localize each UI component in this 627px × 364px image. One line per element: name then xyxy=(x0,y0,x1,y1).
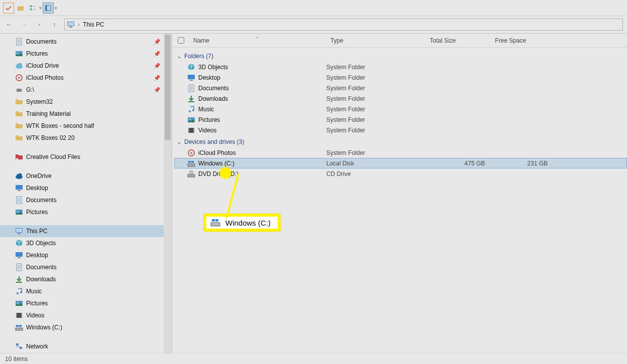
qat-dropdown-button[interactable] xyxy=(27,3,38,14)
back-button[interactable]: ← xyxy=(4,20,14,30)
pic-icon xyxy=(15,50,23,58)
status-bar: 10 items xyxy=(0,353,627,364)
chevron-down-icon: ⌄ xyxy=(176,138,182,145)
sidebar-item-training-material[interactable]: Training Material xyxy=(0,108,172,120)
column-type[interactable]: Type xyxy=(326,37,426,44)
folder-icon xyxy=(15,98,23,106)
list-item-pictures[interactable]: PicturesSystem Folder xyxy=(174,114,627,125)
sidebar-item-music[interactable]: Music xyxy=(0,285,172,297)
video-icon xyxy=(15,311,23,319)
sidebar-item-icloud-drive[interactable]: iCloud Drive📌 xyxy=(0,60,172,72)
pic-icon xyxy=(187,116,195,124)
sidebar-item-documents[interactable]: Documents📌 xyxy=(0,36,172,48)
svg-rect-4 xyxy=(46,5,47,11)
annotation-callout: Windows (C:) xyxy=(203,214,281,232)
svg-rect-28 xyxy=(16,229,22,232)
list-item-desktop[interactable]: DesktopSystem Folder xyxy=(174,72,627,83)
sidebar-item-icloud-photos[interactable]: iCloud Photos📌 xyxy=(0,72,172,84)
sidebar-item-network[interactable]: Network xyxy=(0,340,172,352)
svg-point-37 xyxy=(17,302,19,304)
sidebar-item-desktop[interactable]: Desktop xyxy=(0,182,172,194)
sidebar-item-pictures[interactable]: Pictures xyxy=(0,297,172,309)
sidebar-scrollbar[interactable] xyxy=(164,34,172,353)
list-item-music[interactable]: MusicSystem Folder xyxy=(174,104,627,114)
column-free-space[interactable]: Free Space xyxy=(491,37,559,44)
doc-icon xyxy=(15,38,23,46)
column-total-size[interactable]: Total Size xyxy=(426,37,491,44)
svg-rect-16 xyxy=(17,89,22,92)
sidebar-item-pictures[interactable]: Pictures📌 xyxy=(0,48,172,60)
sidebar-item-videos[interactable]: Videos xyxy=(0,309,172,321)
column-name[interactable]: Name⌃ xyxy=(189,37,326,44)
svg-rect-65 xyxy=(212,219,215,222)
icloud-drive-icon xyxy=(15,62,23,70)
sidebar-item-pictures[interactable]: Pictures xyxy=(0,206,172,218)
svg-point-34 xyxy=(17,292,19,294)
dvd-icon xyxy=(187,170,195,178)
pin-icon: 📌 xyxy=(154,51,161,57)
group-header-folders[interactable]: ⌄Folders (7) xyxy=(174,51,627,62)
svg-rect-39 xyxy=(16,313,17,318)
list-item-windows-c[interactable]: Windows (C:)Local Disk475 GB231 GB xyxy=(174,158,627,168)
sidebar-item-wtk-boxes-second-half[interactable]: WTK Boxes - second half xyxy=(0,120,172,132)
svg-rect-23 xyxy=(18,190,21,191)
sidebar-item-wtk-boxes-02-20[interactable]: WTK Boxes 02 20 xyxy=(0,132,172,144)
sidebar-item-this-pc[interactable]: This PC xyxy=(0,225,172,237)
callout-label: Windows (C:) xyxy=(225,219,271,227)
pc-icon xyxy=(67,21,75,29)
list-item-icloud-photos[interactable]: iCloud PhotosSystem Folder xyxy=(174,147,627,158)
qat-properties-button[interactable] xyxy=(3,3,14,14)
pic-icon xyxy=(15,299,23,307)
forward-button[interactable]: → xyxy=(19,20,29,30)
navigation-bar: ← → ▾ ↑ › This PC xyxy=(0,16,627,33)
svg-rect-60 xyxy=(188,161,191,163)
address-bar[interactable]: › This PC xyxy=(64,19,623,31)
sidebar-item-creative-cloud-files[interactable]: Creative Cloud Files xyxy=(0,151,172,163)
svg-point-21 xyxy=(19,173,22,177)
svg-rect-33 xyxy=(16,282,22,283)
list-item-documents[interactable]: DocumentsSystem Folder xyxy=(174,83,627,93)
sidebar-item-documents[interactable]: Documents xyxy=(0,261,172,273)
icloud-photos-icon xyxy=(187,149,195,157)
list-item-dvd-drive-d[interactable]: DVD Drive (D:)CD Drive xyxy=(174,168,627,179)
folder-icon xyxy=(15,134,23,142)
list-item-videos[interactable]: VideosSystem Folder xyxy=(174,125,627,135)
sidebar-item-desktop[interactable]: Desktop xyxy=(0,249,172,261)
recent-dropdown[interactable]: ▾ xyxy=(34,20,44,30)
up-button[interactable]: ↑ xyxy=(49,20,59,30)
sidebar-item-g[interactable]: G:\📌 xyxy=(0,84,172,96)
music-icon xyxy=(15,287,23,295)
onedrive-icon xyxy=(15,172,23,180)
svg-point-50 xyxy=(189,110,191,112)
svg-point-58 xyxy=(190,152,192,154)
sidebar-item-system32[interactable]: System32 xyxy=(0,96,172,108)
qat-view-button[interactable] xyxy=(43,3,54,14)
svg-rect-41 xyxy=(16,328,23,330)
svg-rect-46 xyxy=(188,75,195,79)
select-all-checkbox[interactable] xyxy=(178,37,184,44)
creative-icon xyxy=(15,153,23,161)
svg-rect-56 xyxy=(193,128,194,133)
net-icon xyxy=(15,342,23,350)
svg-rect-17 xyxy=(21,89,23,91)
svg-rect-7 xyxy=(69,27,72,28)
address-location[interactable]: This PC xyxy=(83,21,104,28)
content-pane: Name⌃ Type Total Size Free Space ⌄Folder… xyxy=(172,34,627,353)
sidebar-item-windows-c[interactable]: Windows (C:) xyxy=(0,321,172,333)
sidebar-item-downloads[interactable]: Downloads xyxy=(0,273,172,285)
drive-icon xyxy=(15,323,23,331)
list-item-3d-objects[interactable]: 3D ObjectsSystem Folder xyxy=(174,62,627,72)
quick-access-toolbar: ▾ ▾ xyxy=(0,0,627,16)
list-item-downloads[interactable]: DownloadsSystem Folder xyxy=(174,93,627,104)
group-header-drives[interactable]: ⌄Devices and drives (3) xyxy=(174,136,627,147)
svg-point-18 xyxy=(16,158,18,160)
svg-point-26 xyxy=(17,211,19,213)
sidebar-item-documents[interactable]: Documents xyxy=(0,194,172,206)
sidebar-item-onedrive[interactable]: OneDrive xyxy=(0,170,172,182)
svg-rect-22 xyxy=(16,185,23,190)
qat-new-folder-button[interactable] xyxy=(15,3,26,14)
video-icon xyxy=(187,126,195,134)
sidebar-item-3d-objects[interactable]: 3D Objects xyxy=(0,237,172,249)
svg-rect-31 xyxy=(18,257,21,258)
pin-icon: 📌 xyxy=(154,87,161,93)
